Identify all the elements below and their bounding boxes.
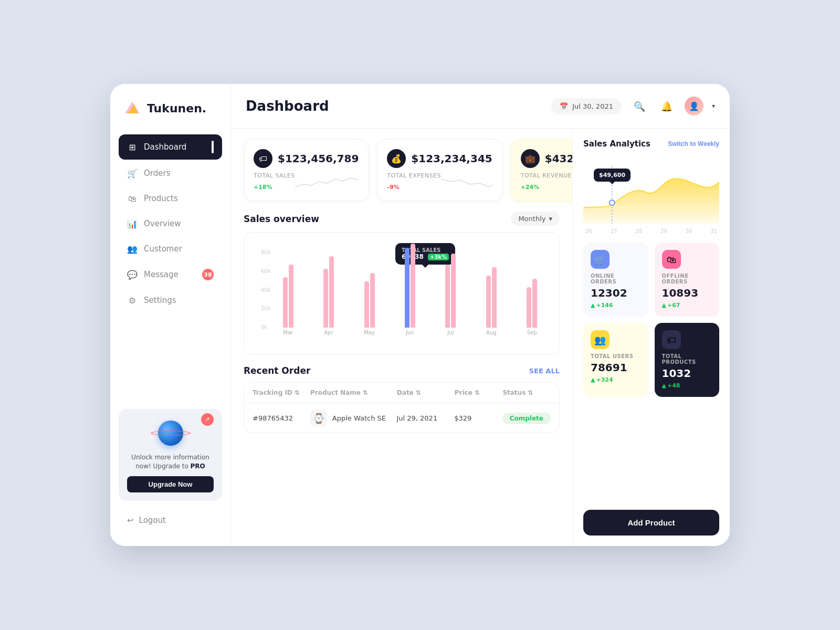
- sales-label: TOTAL SALES: [254, 172, 295, 179]
- search-button[interactable]: 🔍: [630, 97, 649, 116]
- trend-icon: ▲: [662, 302, 666, 309]
- sidebar-item-label: Products: [144, 194, 178, 203]
- order-card-products: 🏷 TOTAL PRODUCTS 1032 ▲ +48: [655, 323, 720, 397]
- expenses-label: TOTAL EXPENSES: [387, 172, 441, 179]
- tooltip-value: $49,600: [599, 172, 625, 178]
- bar-label: Jul: [447, 330, 454, 335]
- total-products-value: 1032: [662, 367, 712, 380]
- sidebar-item-dashboard[interactable]: ⊞ Dashboard: [119, 134, 222, 160]
- app-title: Tukunen.: [147, 102, 206, 115]
- tracking-id-cell: #98765432: [253, 414, 310, 422]
- order-card-offline: 🛍 OFFLINE ORDERS 10893 ▲ +67: [655, 243, 720, 317]
- sidebar-item-orders[interactable]: 🛒 Orders: [119, 162, 222, 185]
- analytics-chart-wrapper: $49,600: [583, 163, 719, 234]
- bar: [451, 254, 456, 328]
- sidebar-item-overview[interactable]: 📊 Overview: [119, 212, 222, 235]
- x-axis-labels: 26 27 28 29 30 31: [583, 228, 719, 234]
- bar-label: Apr: [324, 330, 333, 335]
- bar-label: Aug: [486, 330, 497, 335]
- analytics-header: Sales Analytics Switch to Weekly: [583, 139, 719, 149]
- filter-label: Monthly: [518, 215, 545, 223]
- sales-change: +18%: [254, 184, 272, 191]
- sales-overview-title: Sales overview: [244, 214, 319, 224]
- revenue-value: $432,654,876: [545, 152, 572, 165]
- total-users-label: TOTAL USERS: [591, 353, 641, 359]
- message-icon: 💬: [127, 269, 138, 280]
- profile-caret-icon[interactable]: ▾: [712, 102, 715, 110]
- online-orders-change: ▲ +146: [591, 302, 613, 309]
- notification-button[interactable]: 🔔: [657, 97, 676, 116]
- bar: [370, 273, 375, 328]
- bar-group-mar: Mar: [269, 244, 307, 335]
- products-icon: 🛍: [127, 193, 138, 204]
- total-users-change: ▲ +324: [591, 376, 613, 383]
- bar-label: Mar: [283, 330, 293, 335]
- upgrade-text: Unlock more information now! Upgrade to …: [127, 453, 214, 471]
- sort-icon[interactable]: ⇅: [528, 389, 533, 396]
- customer-icon: 👥: [127, 244, 138, 254]
- col-product-name: Product Name ⇅: [310, 389, 397, 396]
- sidebar-item-message[interactable]: 💬 Message 38: [119, 262, 222, 287]
- see-all-link[interactable]: SEE ALL: [529, 367, 560, 375]
- table-row: #98765432 ⌚ Apple Watch SE Jul 29, 2021 …: [244, 403, 559, 433]
- bar-group-may: May: [351, 244, 388, 335]
- col-label: Price: [455, 389, 472, 396]
- planet-illustration: [150, 417, 192, 449]
- bar: [527, 287, 531, 328]
- upgrade-panel: ↗ Unlock more information now! Upgrade t…: [119, 409, 222, 501]
- sidebar-item-products[interactable]: 🛍 Products: [119, 187, 222, 210]
- add-product-button[interactable]: Add Product: [583, 510, 719, 536]
- col-label: Status: [502, 389, 526, 396]
- message-badge: 38: [202, 269, 214, 280]
- sidebar: Tukunen. ⊞ Dashboard 🛒 Orders 🛍 Products…: [110, 84, 231, 546]
- sort-icon[interactable]: ⇅: [416, 389, 421, 396]
- sales-icon: 🏷: [254, 149, 272, 168]
- bar-active: [405, 248, 410, 328]
- analytics-title: Sales Analytics: [583, 139, 650, 149]
- stat-card-revenue: 💼 $432,654,876 TOTAL REVENUE +24%: [511, 139, 572, 201]
- sort-icon[interactable]: ⇅: [363, 389, 368, 396]
- online-orders-label: ONLINE ORDERS: [591, 273, 641, 285]
- user-avatar[interactable]: 👤: [685, 97, 704, 116]
- x-label: 28: [635, 228, 642, 234]
- col-date: Date ⇅: [397, 389, 455, 396]
- sidebar-item-settings[interactable]: ⚙ Settings: [119, 289, 222, 312]
- bar: [445, 265, 450, 328]
- sidebar-item-customer[interactable]: 👥 Customer: [119, 237, 222, 260]
- bar-chart-area: 80k 60k 40k 20k 0k: [253, 241, 551, 346]
- sidebar-item-label: Orders: [144, 169, 170, 178]
- bar-label: Sep: [527, 330, 537, 335]
- x-label: 27: [611, 228, 617, 234]
- expenses-change: -9%: [387, 184, 399, 191]
- col-tracking-id: Tracking ID ⇅: [253, 389, 310, 396]
- x-label: 26: [585, 228, 592, 234]
- revenue-label: TOTAL REVENUE: [521, 172, 572, 179]
- x-label: 30: [686, 228, 692, 234]
- content-left: 🏷 $123,456,789 TOTAL SALES +18%: [231, 129, 572, 546]
- upgrade-button[interactable]: Upgrade Now: [127, 476, 214, 492]
- x-label: 31: [710, 228, 717, 234]
- bar: [532, 279, 537, 328]
- sales-filter-dropdown[interactable]: Monthly ▾: [511, 212, 560, 226]
- bar: [492, 267, 497, 328]
- sidebar-item-label: Customer: [144, 244, 182, 254]
- trend-icon: ▲: [662, 382, 666, 389]
- sort-icon[interactable]: ⇅: [475, 389, 480, 396]
- bar: [364, 281, 369, 328]
- switch-view-button[interactable]: Switch to Weekly: [668, 140, 719, 148]
- sort-icon[interactable]: ⇅: [295, 389, 300, 396]
- sidebar-item-label: Settings: [144, 296, 176, 305]
- orders-table: Tracking ID ⇅ Product Name ⇅ Date ⇅ Pr: [244, 382, 560, 433]
- bar-group-aug: Aug: [472, 244, 510, 335]
- stat-card-sales: 🏷 $123,456,789 TOTAL SALES +18%: [244, 139, 369, 201]
- change-value: +324: [596, 376, 613, 383]
- status-badge: Complete: [502, 413, 551, 424]
- stat-footer: TOTAL REVENUE +24%: [521, 172, 572, 191]
- online-orders-icon: 🛒: [591, 250, 610, 269]
- product-name: Apple Watch SE: [332, 414, 386, 422]
- logout-item[interactable]: ↩ Logout: [119, 509, 222, 531]
- bar-group-jun: Jun: [391, 244, 428, 335]
- stat-footer: TOTAL EXPENSES -9%: [387, 172, 492, 191]
- recent-orders-title: Recent Order: [244, 365, 310, 376]
- change-value: +48: [667, 382, 680, 389]
